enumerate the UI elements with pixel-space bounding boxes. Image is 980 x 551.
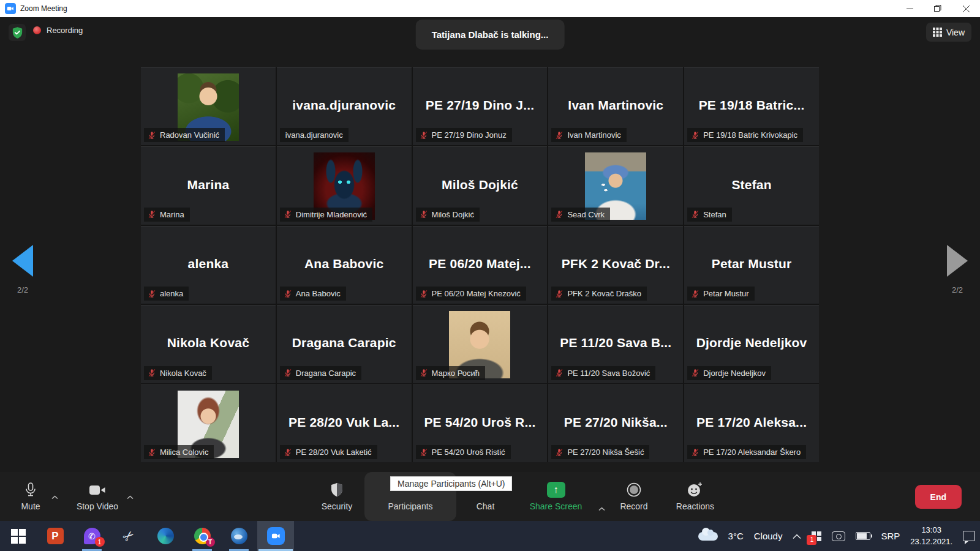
participant-tile[interactable]: PE 19/18 Batric... PE 19/18 Batric Krivo… [684,67,819,145]
muted-mic-icon [691,448,699,457]
encryption-shield-icon[interactable] [9,24,26,41]
action-center-icon[interactable] [963,531,975,541]
participant-display-name: PFK 2 Kovač Dr... [548,257,683,271]
view-button[interactable]: View [926,23,971,42]
participant-tile[interactable]: Dragana Carapic Dragana Carapic [277,305,412,383]
video-options-chevron[interactable] [127,491,134,502]
participant-tile[interactable]: Ana Babovic Ana Babovic [277,226,412,304]
participant-name-label: Dimitrije Mladenović [280,208,372,222]
minimize-button[interactable] [895,0,924,17]
record-button[interactable]: Record [606,472,662,521]
meeting-window: Recording Tatijana Dlabač is talking... … [0,17,980,521]
battery-icon[interactable] [856,532,870,540]
participant-tile[interactable]: Dimitrije Mladenović [277,146,412,224]
weather-temp[interactable]: 3°C [728,531,744,541]
video-camera-icon [89,482,105,498]
muted-mic-icon [555,290,564,298]
participant-name-label: Марко Росић [416,366,485,380]
participant-name-label: PE 54/20 Uroš Ristić [416,445,511,459]
muted-mic-icon [284,448,292,457]
participant-name-label: Petar Mustur [687,287,754,301]
participant-tile[interactable]: Sead Cvrk [548,146,683,224]
participant-display-name: Miloš Dojkić [413,178,548,192]
snipping-taskbar-button[interactable]: ✂ [110,521,147,551]
muted-mic-icon [148,369,156,377]
chrome-icon: T [194,528,211,544]
participant-tile[interactable]: Stefan Stefan [684,146,819,224]
participant-name-label: Marina [144,208,190,222]
taskbar-clock[interactable]: 13:03 23.12.2021. [910,525,952,548]
viber-taskbar-button[interactable]: ✆1 [74,521,110,551]
participant-tile[interactable]: PE 17/20 Aleksa... PE 17/20 Aleksandar Š… [684,384,819,462]
participant-tile[interactable]: Марко Росић [413,305,548,383]
participant-tile[interactable]: Radovan Vučinić [141,67,276,145]
participant-tile[interactable]: Nikola Kovač Nikola Kovač [141,305,276,383]
system-tray: 3°C Cloudy 1 SRP 13:03 23.12.2021. [698,521,980,551]
participant-label-text: Petar Mustur [703,289,748,298]
share-screen-button[interactable]: ↑ Share Screen [514,472,597,521]
participants-grid: Radovan Vučinić ivana.djuranovic ivana.d… [141,67,819,462]
participant-tile[interactable]: Milica Colovic [141,384,276,462]
participant-tile[interactable]: PE 11/20 Sava B... PE 11/20 Sava Božović [548,305,683,383]
muted-mic-icon [555,369,564,377]
chrome-taskbar-button[interactable]: T [184,521,221,551]
language-indicator[interactable]: SRP [881,531,900,541]
zoom-taskbar-button[interactable] [257,521,294,551]
recording-indicator[interactable]: Recording [33,26,83,35]
security-button[interactable]: Security [309,472,364,521]
weather-cloud-icon[interactable] [698,532,718,541]
participant-tile[interactable]: PE 27/19 Dino J... PE 27/19 Dino Jonuz [413,67,548,145]
participant-display-name: PE 11/20 Sava B... [548,335,683,350]
previous-page-control[interactable]: 2/2 [1,245,44,294]
participant-label-text: alenka [160,289,183,298]
zoom-app-icon [5,3,16,14]
reactions-button[interactable]: Reactions [662,472,729,521]
participant-tile[interactable]: PFK 2 Kovač Dr... PFK 2 Kovač Draško [548,226,683,304]
weather-condition[interactable]: Cloudy [754,531,783,541]
participant-display-name: PE 54/20 Uroš R... [413,415,548,430]
edge-taskbar-button[interactable] [147,521,184,551]
participant-label-text: Ana Babovic [296,289,341,298]
participant-tile[interactable]: Miloš Dojkić Miloš Dojkić [413,146,548,224]
participant-display-name: Ivan Martinovic [548,98,683,113]
participant-label-text: ivana.djuranovic [285,130,343,140]
tray-camera-icon[interactable] [832,531,845,541]
stop-video-button[interactable]: Stop Video [69,472,126,521]
participant-tile[interactable]: PE 06/20 Matej... PE 06/20 Matej Knezovi… [413,226,548,304]
muted-mic-icon [148,290,156,298]
window-titlebar: Zoom Meeting [0,0,980,17]
microphone-icon [25,482,36,498]
share-options-chevron[interactable] [598,503,605,511]
participant-tile[interactable]: Djordje Nedeljkov Djordje Nedeljkov [684,305,819,383]
participant-tile[interactable]: Petar Mustur Petar Mustur [684,226,819,304]
powerpoint-taskbar-button[interactable]: P [37,521,74,551]
participant-tile[interactable]: ivana.djuranovic ivana.djuranovic [277,67,412,145]
blueapp-taskbar-button[interactable] [221,521,257,551]
next-page-control[interactable]: 2/2 [936,245,979,294]
participant-tile[interactable]: PE 28/20 Vuk La... PE 28/20 Vuk Laketić [277,384,412,462]
participant-name-label: PE 06/20 Matej Knezović [416,287,526,301]
participant-tile[interactable]: Marina Marina [141,146,276,224]
tray-chevron-icon[interactable] [793,531,801,541]
participant-tile[interactable]: PE 27/20 Nikša... PE 27/20 Nikša Šešić [548,384,683,462]
start-taskbar-button[interactable] [0,521,37,551]
powerpoint-icon: P [47,528,64,544]
participant-tile[interactable]: PE 54/20 Uroš R... PE 54/20 Uroš Ristić [413,384,548,462]
restore-button[interactable] [924,0,952,17]
participant-name-label: Ivan Martinovic [551,128,626,142]
participant-label-text: Dragana Carapic [296,369,356,378]
next-page-arrow-icon[interactable] [947,245,968,277]
teams-notification-icon[interactable]: 1 [812,531,821,541]
participant-tile[interactable]: alenka alenka [141,226,276,304]
previous-page-arrow-icon[interactable] [12,245,33,277]
participant-tile[interactable]: Ivan Martinovic Ivan Martinovic [548,67,683,145]
participant-display-name: PE 19/18 Batric... [684,98,819,113]
mute-options-chevron[interactable] [51,491,58,502]
participant-label-text: PFK 2 Kovač Draško [567,289,641,298]
end-meeting-button[interactable]: End [915,485,962,509]
muted-mic-icon [420,210,428,219]
close-button[interactable] [952,0,980,17]
muted-mic-icon [691,131,699,140]
mute-button[interactable]: Mute [11,472,50,521]
participant-name-label: ivana.djuranovic [280,128,349,142]
